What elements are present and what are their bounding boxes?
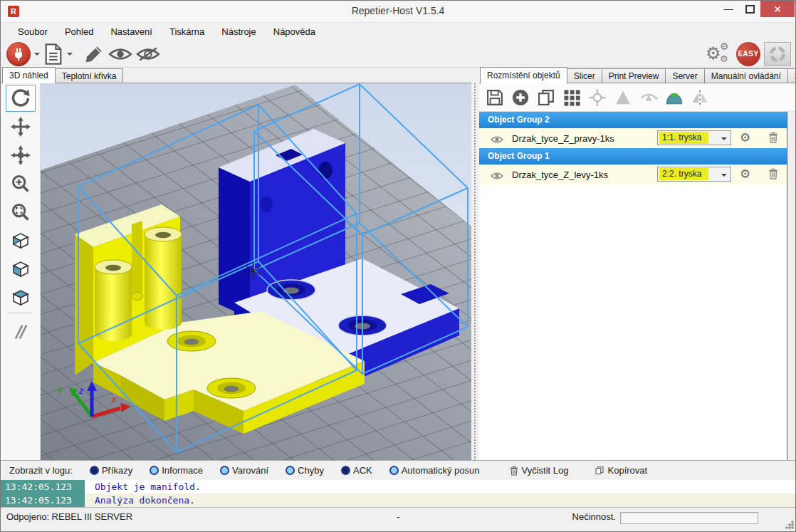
object-group-header[interactable]: Object Group 2 xyxy=(479,112,787,128)
toolbar-separator xyxy=(7,313,33,313)
extruder-select[interactable]: 1:1. tryska xyxy=(657,130,731,145)
object-row[interactable]: Drzak_tyce_Z_levy-1ks 2:2. tryska ⚙ xyxy=(479,165,787,184)
log-view[interactable]: 13:42:05.123 13:42:05.123 Objekt je mani… xyxy=(1,480,796,507)
log-filter-label: Zobrazit v logu: xyxy=(9,465,73,476)
maximize-button[interactable] xyxy=(739,1,760,17)
chevron-down-icon xyxy=(721,174,727,179)
tab-print-preview[interactable]: Print Preview xyxy=(602,68,666,83)
activity-status: Nečinnost. xyxy=(572,511,616,522)
title-bar: R Repetier-Host V1.5.4 — ✕ xyxy=(1,1,795,23)
yellow-countersink-hole xyxy=(167,331,216,351)
object-name: Drzak_tyce_Z_levy-1ks xyxy=(512,169,608,180)
view-toolbar xyxy=(1,83,41,460)
object-settings-button[interactable]: ⚙ xyxy=(740,167,750,181)
object-name: Drzak_tyce_Z_pravy-1ks xyxy=(512,133,614,144)
visibility-eye-icon[interactable] xyxy=(491,134,503,147)
menu-nastaveni[interactable]: Nastavení xyxy=(102,24,161,40)
object-group-header[interactable]: Object Group 1 xyxy=(479,148,787,165)
eye-slash-icon xyxy=(136,46,160,63)
3d-viewport[interactable]: x y z xyxy=(41,83,471,460)
view-top-button[interactable] xyxy=(6,284,36,311)
view-front-button[interactable] xyxy=(6,256,36,283)
tab-manualni-ovladani[interactable]: Manuální ovládání xyxy=(704,68,788,83)
easy-mode-button[interactable]: EASY xyxy=(736,42,760,66)
load-menu-caret[interactable] xyxy=(67,53,73,58)
delete-object-button[interactable] xyxy=(768,132,778,146)
lay-flat-button[interactable] xyxy=(662,85,686,109)
edit-object-button[interactable] xyxy=(83,43,105,65)
connect-menu-caret[interactable] xyxy=(34,53,40,58)
menu-pohled[interactable]: Pohled xyxy=(56,24,102,40)
toggle-commands[interactable]: Příkazy xyxy=(90,465,132,476)
tab-server[interactable]: Server xyxy=(665,68,704,83)
menu-nastroje[interactable]: Nástroje xyxy=(213,24,264,40)
toggle-commands-icon xyxy=(90,466,99,475)
visibility-eye-icon[interactable] xyxy=(491,170,503,183)
tab-3d-nahled[interactable]: 3D náhled xyxy=(2,67,56,83)
connection-status: Odpojeno: REBEL III SERVER xyxy=(6,511,132,522)
menu-tiskarna[interactable]: Tiskárna xyxy=(161,24,213,40)
log-message: Analýza dokončena. xyxy=(85,494,796,507)
clear-log-button[interactable]: Vyčistit Log xyxy=(510,465,569,476)
tab-rozmisteni-objektu[interactable]: Rozmístění objektů xyxy=(480,67,567,83)
connect-printer-button[interactable] xyxy=(6,42,31,66)
front-view-icon xyxy=(10,259,31,280)
toggle-warnings-icon xyxy=(220,466,229,475)
tab-slicer[interactable]: Slicer xyxy=(567,68,602,83)
copy-log-button[interactable]: Kopírovat xyxy=(595,465,648,476)
zoom-fit-button[interactable] xyxy=(6,199,36,226)
extruder-value: 1:1. tryska xyxy=(659,132,708,144)
move-object-button[interactable] xyxy=(6,142,36,169)
autoposition-button[interactable] xyxy=(560,85,583,109)
status-bar: Odpojeno: REBEL III SERVER - Nečinnost. xyxy=(1,507,796,532)
tab-sd-karta[interactable]: SD karta xyxy=(787,68,796,83)
move-view-button[interactable] xyxy=(6,113,36,140)
show-filament-button[interactable] xyxy=(108,46,132,63)
zoom-in-button[interactable] xyxy=(6,170,36,197)
toggle-autoscroll[interactable]: Automatický posun xyxy=(389,465,480,476)
maximize-icon xyxy=(745,5,755,14)
copy-icon xyxy=(536,88,556,108)
object-row[interactable]: Drzak_tyce_Z_pravy-1ks 1:1. tryska ⚙ xyxy=(479,128,787,148)
toggle-ack[interactable]: ACK xyxy=(341,465,372,476)
status-center: - xyxy=(397,511,399,522)
right-tabstrip: Rozmístění objektů Slicer Print Preview … xyxy=(479,68,796,83)
add-object-button[interactable] xyxy=(508,85,532,109)
rotate-view-button[interactable] xyxy=(6,85,36,112)
mirror-object-button[interactable] xyxy=(688,85,711,109)
menu-napoveda[interactable]: Nápověda xyxy=(265,24,324,40)
save-stl-button[interactable] xyxy=(483,85,506,109)
grid-icon xyxy=(562,88,582,108)
copy-object-button[interactable] xyxy=(534,85,557,109)
center-object-button[interactable] xyxy=(585,85,609,109)
object-settings-button[interactable]: ⚙ xyxy=(740,130,750,145)
zoom-fit-icon xyxy=(11,202,31,222)
extruder-select[interactable]: 2:2. tryska xyxy=(657,167,731,182)
close-button[interactable]: ✕ xyxy=(760,1,795,17)
emergency-stop-button[interactable] xyxy=(764,42,791,66)
rotate-view-icon xyxy=(11,88,31,108)
toggle-warnings[interactable]: Varování xyxy=(220,465,268,476)
load-file-button[interactable] xyxy=(43,43,63,66)
gear-small-icon-2: ⚙ xyxy=(720,53,728,64)
parallel-projection-button[interactable] xyxy=(6,318,36,345)
scale-object-button[interactable] xyxy=(611,85,634,109)
center-icon xyxy=(587,88,607,108)
minimize-button[interactable]: — xyxy=(718,1,739,17)
toggle-errors[interactable]: Chyby xyxy=(286,465,324,476)
3d-scene: x y z xyxy=(41,83,471,460)
printer-settings-button[interactable]: ⚙ ⚙ ⚙ xyxy=(706,42,733,66)
panel-splitter[interactable] xyxy=(471,83,479,460)
delete-object-button[interactable] xyxy=(768,168,778,182)
hide-filament-button[interactable] xyxy=(136,46,160,63)
menu-soubor[interactable]: Soubor xyxy=(9,24,56,40)
tab-teplotni-krivka[interactable]: Teplotní křivka xyxy=(55,68,124,83)
resize-grip[interactable] xyxy=(785,521,794,529)
view-isometric-button[interactable] xyxy=(6,227,36,254)
progress-bar xyxy=(620,512,758,524)
toggle-info[interactable]: Informace xyxy=(150,465,203,476)
toggle-info-icon xyxy=(150,466,159,475)
object-list: Object Group 2 Drzak_tyce_Z_pravy-1ks 1:… xyxy=(479,112,788,460)
log-toolbar: Zobrazit v logu: Příkazy Informace Varov… xyxy=(1,460,796,480)
rotate-object-button[interactable] xyxy=(637,85,660,109)
